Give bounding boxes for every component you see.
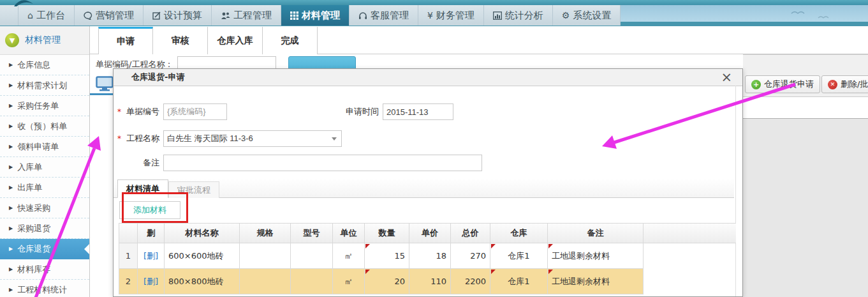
cell-price[interactable]: 18 [409, 243, 451, 269]
remark-input[interactable] [163, 155, 482, 171]
tab-review[interactable]: 审核 [153, 27, 208, 54]
logo-swoosh-icon [13, 0, 34, 6]
header-price: 单价 [409, 223, 451, 243]
cell-qty[interactable]: 15 [365, 243, 409, 269]
sidebar-item-project-material-stats[interactable]: ▶工程材料统计 [0, 280, 89, 297]
sidebar-title: 材料管理 [25, 34, 61, 46]
table-row-selected: 2 [删] 800×800地砖 ㎡ 20 110 2200 仓库1 工地退剩余材… [119, 269, 736, 294]
nav-tab-workbench[interactable]: ⌂ 工作台 [18, 5, 75, 26]
dialog-tabstrip: 材料清单 审批流程 [114, 178, 734, 198]
cell-remark[interactable]: 工地退剩余材料 [548, 243, 644, 269]
remark-row: * 备注 [117, 154, 482, 172]
nav-tab-statistics[interactable]: 统计分析 [484, 5, 553, 26]
sidebar-item-receive-material[interactable]: ▶收（预）料单 [0, 116, 89, 137]
cell-warehouse[interactable]: 仓库1 [490, 269, 548, 294]
delete-batch-button[interactable]: ✕ 删除/批量 [821, 75, 868, 93]
material-table: 删 材料名称 规格 型号 单位 数量 单价 总价 仓库 备注 1 [删] 600… [119, 223, 736, 294]
sidebar-item-outbound[interactable]: ▶出库单 [0, 178, 89, 198]
sidebar-item-warehouse-return[interactable]: ▶仓库退货 [0, 239, 89, 259]
sidebar: ▼ 材料管理 ▶仓库信息 ▶材料需求计划 ▶采购任务单 ▶收（预）料单 ▶领料申… [0, 26, 90, 297]
table-header-row: 删 材料名称 规格 型号 单位 数量 单价 总价 仓库 备注 [119, 223, 736, 243]
cell-rownum: 2 [119, 269, 138, 294]
nav-tab-engineering[interactable]: 工程管理 [212, 5, 281, 26]
cell-remark[interactable]: 工地退剩余材料 [548, 269, 644, 294]
cell-spec[interactable] [240, 243, 291, 269]
sidebar-item-label: 材料库存 [17, 264, 50, 275]
edited-marker [365, 244, 370, 248]
cell-material-name[interactable]: 800×800地砖 [165, 269, 240, 294]
cell-model[interactable] [291, 243, 333, 269]
tab-apply[interactable]: 申请 [98, 27, 153, 54]
warehouse-return-apply-button[interactable]: + 仓库退货申请 [745, 75, 820, 93]
header-remark: 备注 [548, 223, 644, 243]
chart-icon [493, 11, 502, 20]
sidebar-item-label: 材料需求计划 [17, 80, 67, 91]
tab-label: 审核 [172, 35, 189, 47]
edited-marker [491, 244, 496, 248]
headset-icon [358, 11, 367, 20]
cell-warehouse[interactable]: 仓库1 [490, 243, 548, 269]
nav-left-pad [0, 5, 18, 26]
header-delete: 删 [138, 223, 165, 243]
apply-date-input[interactable] [383, 103, 453, 120]
required-asterisk: * [117, 134, 121, 143]
top-strip [0, 0, 868, 5]
edited-marker [365, 270, 370, 274]
arrow-right-icon: ▶ [9, 185, 13, 190]
remark-value: 工地退剩余材料 [552, 276, 610, 287]
sidebar-item-label: 领料申请单 [17, 141, 59, 153]
sidebar-item-label: 工程材料统计 [17, 284, 67, 296]
tab-complete[interactable]: 完成 [263, 27, 318, 54]
warehouse-value: 仓库1 [508, 250, 529, 262]
tab-warehouse-inbound[interactable]: 仓库入库 [208, 27, 263, 54]
arrow-right-icon: ▶ [9, 123, 13, 129]
cell-unit[interactable]: ㎡ [333, 243, 365, 269]
dialog-title: 仓库退货-申请 [131, 69, 184, 86]
delete-icon: ✕ [828, 80, 837, 89]
sidebar-item-material-request[interactable]: ▶领料申请单 [0, 137, 89, 157]
sidebar-item-label: 出库单 [17, 182, 42, 194]
cell-spec[interactable] [240, 269, 291, 294]
delete-row-link[interactable]: [删] [143, 250, 158, 262]
cell-material-name[interactable]: 600×600地砖 [165, 243, 240, 269]
project-select[interactable] [163, 130, 342, 147]
chevron-down-icon[interactable] [332, 137, 337, 141]
sidebar-item-warehouse-info[interactable]: ▶仓库信息 [0, 55, 89, 75]
nav-tab-marketing[interactable]: 营销管理 [75, 5, 143, 26]
cell-model[interactable] [291, 269, 333, 294]
edited-marker [548, 244, 553, 248]
grid-icon [290, 11, 298, 20]
nav-tab-materials[interactable]: 材料管理 [281, 5, 349, 26]
cell-unit[interactable]: ㎡ [333, 269, 365, 294]
cell-total: 2200 [451, 269, 490, 294]
arrow-right-icon: ▶ [9, 287, 13, 293]
dialog-header[interactable]: 仓库退货-申请 × [114, 69, 742, 86]
close-icon[interactable]: × [721, 69, 732, 86]
sidebar-item-material-demand-plan[interactable]: ▶材料需求计划 [0, 75, 89, 96]
sidebar-item-inbound[interactable]: ▶入库单 [0, 157, 89, 178]
background-panel [743, 118, 868, 297]
nav-tab-design-budget[interactable]: 设计预算 [143, 5, 212, 26]
sidebar-item-material-stock[interactable]: ▶材料库存 [0, 259, 89, 280]
top-nav: ⌂ 工作台 营销管理 设计预算 工程管理 材料管理 客服管理 ¥ 财务管理 统计… [0, 5, 621, 26]
cell-qty[interactable]: 20 [365, 269, 409, 294]
delete-row-link[interactable]: [删] [143, 276, 158, 287]
cell-delete: [删] [138, 269, 165, 294]
header-spec: 规格 [240, 223, 291, 243]
sidebar-item-quick-purchase[interactable]: ▶快速采购 [0, 198, 89, 218]
arrow-right-icon: ▶ [9, 205, 13, 211]
doc-no-input[interactable] [163, 103, 227, 120]
edited-marker [548, 270, 553, 274]
sidebar-item-purchase-return[interactable]: ▶采购退货 [0, 218, 89, 239]
nav-tab-label: 统计分析 [505, 10, 543, 22]
header-material-name: 材料名称 [165, 223, 240, 243]
nav-tab-settings[interactable]: ⚙ 系统设置 [553, 5, 621, 26]
sidebar-item-label: 采购任务单 [17, 100, 59, 112]
nav-tab-customer-service[interactable]: 客服管理 [349, 5, 418, 26]
cell-price[interactable]: 110 [409, 269, 451, 294]
sidebar-item-label: 入库单 [17, 162, 42, 173]
sidebar-header[interactable]: ▼ 材料管理 [0, 26, 89, 55]
nav-tab-finance[interactable]: ¥ 财务管理 [418, 5, 484, 26]
sidebar-item-purchase-task[interactable]: ▶采购任务单 [0, 96, 89, 116]
monitor-icon[interactable] [96, 76, 114, 91]
